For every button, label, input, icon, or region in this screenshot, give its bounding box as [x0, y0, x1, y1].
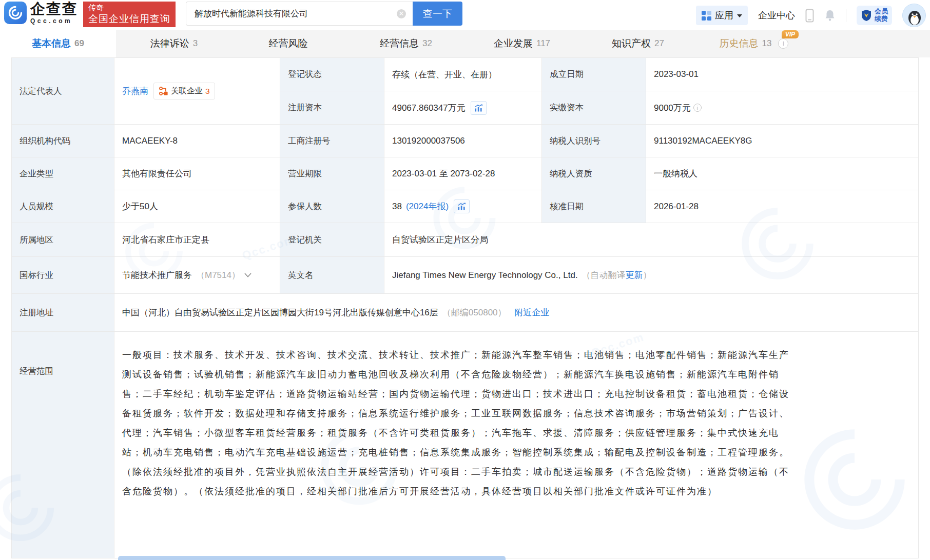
- tab-count: 117: [536, 38, 550, 49]
- tab-intellectual-property[interactable]: 知识产权 27: [580, 30, 696, 57]
- field-label: 纳税人识别号: [550, 135, 600, 147]
- tab-operation-info[interactable]: 经营信息 32: [348, 30, 464, 57]
- field-value: 2023-03-01 至 2073-02-28: [392, 168, 495, 179]
- tab-operation-risk[interactable]: 经营风险: [232, 30, 348, 57]
- info-icon[interactable]: i: [778, 38, 788, 49]
- auto-translate-note-close: ）: [643, 269, 652, 281]
- search-input[interactable]: [186, 2, 413, 26]
- promo-badge: 传奇 全国企业信用查询: [83, 2, 176, 27]
- field-label: 登记机关: [288, 234, 322, 246]
- field-value: 节能技术推广服务: [122, 269, 192, 281]
- table-row: 法定代表人 乔燕南 关联企业 3 登记状态: [12, 58, 918, 125]
- field-value: 49067.860347万元: [392, 102, 466, 114]
- chart-icon[interactable]: [454, 199, 470, 213]
- field-label: 组织机构代码: [20, 135, 70, 147]
- member-renew-badge[interactable]: 会员 续费: [857, 6, 892, 25]
- company-type-label-cell: 企业类型: [12, 157, 114, 190]
- field-label: 登记状态: [288, 69, 322, 80]
- tab-basic-info[interactable]: 基本信息 69: [0, 30, 116, 57]
- nearby-companies-link[interactable]: 附近企业: [515, 307, 550, 318]
- insured-value-cell: 38 (2024年报): [384, 190, 542, 223]
- bell-icon[interactable]: [824, 9, 836, 22]
- scope-text: 一般项目：技术服务、技术开发、技术咨询、技术交流、技术转让、技术推广；新能源汽车…: [122, 345, 799, 501]
- field-value: 2023-03-01: [654, 69, 699, 79]
- search-button[interactable]: 查一下: [413, 2, 462, 26]
- qcc-logo-icon: [4, 2, 27, 24]
- paid-capital-label-cell: 实缴资本: [542, 91, 646, 124]
- apps-grid-icon: [702, 11, 711, 21]
- field-value: 中国（河北）自由贸易试验区正定片区园博园大街19号河北出版传媒创意中心16层: [122, 307, 438, 318]
- search-bar: ✕ 查一下: [186, 2, 462, 26]
- chart-icon[interactable]: [471, 101, 487, 115]
- taxpayer-quality-label-cell: 纳税人资质: [542, 157, 646, 190]
- field-label: 工商注册号: [288, 135, 331, 147]
- reg-capital-value-cell: 49067.860347万元: [384, 91, 542, 124]
- tab-history-info[interactable]: VIP 历史信息 13 i: [696, 30, 812, 57]
- tab-legal-litigation[interactable]: 法律诉讼 3: [116, 30, 232, 57]
- annual-report-link[interactable]: (2024年报): [406, 201, 449, 212]
- field-value: 一般纳税人: [654, 168, 697, 179]
- industry-value-cell: 节能技术推广服务 （M7514）: [114, 257, 280, 293]
- field-value: 130192000037506: [392, 136, 465, 146]
- logo-text: 企查查 Qcc.com: [30, 2, 78, 24]
- address-label-cell: 注册地址: [12, 294, 114, 331]
- update-link[interactable]: 更新: [626, 269, 643, 281]
- region-label-cell: 所属地区: [12, 223, 114, 256]
- field-value: 少于50人: [122, 201, 158, 212]
- tab-company-development[interactable]: 企业发展 117: [464, 30, 580, 57]
- field-value: 存续（在营、开业、在册）: [392, 69, 497, 81]
- sub-row: 注册资本 49067.860347万元 实: [280, 91, 918, 124]
- tab-count: 13: [762, 38, 772, 49]
- promo-line2: 全国企业信用查询: [88, 12, 170, 25]
- header-nav: 应用 企业中心 会员 续费: [696, 4, 930, 27]
- member-renew-label: 会员 续费: [875, 8, 888, 23]
- field-label: 法定代表人: [20, 86, 62, 97]
- reg-status-label-cell: 登记状态: [280, 58, 384, 91]
- field-value: 9000万元: [654, 102, 691, 114]
- related-companies-badge[interactable]: 关联企业 3: [153, 83, 215, 99]
- promo-line1: 传奇: [88, 3, 170, 12]
- qcc-logo[interactable]: 企查查 Qcc.com: [4, 2, 78, 24]
- est-date-label-cell: 成立日期: [542, 58, 646, 91]
- org-code-value-cell: MACAEEKY-8: [114, 125, 280, 157]
- apps-menu[interactable]: 应用: [696, 6, 748, 25]
- paid-capital-value-cell: 9000万元 i: [646, 91, 918, 124]
- chevron-down-icon[interactable]: [244, 273, 251, 277]
- table-row: 所属地区 河北省石家庄市正定县 登记机关 自贸试验区正定片区分局: [12, 223, 918, 257]
- region-value-cell: 河北省石家庄市正定县: [114, 223, 280, 256]
- table-row: 经营范围 一般项目：技术服务、技术开发、技术咨询、技术交流、技术转让、技术推广；…: [12, 332, 918, 558]
- clear-icon[interactable]: ✕: [397, 9, 406, 18]
- field-value: 河北省石家庄市正定县: [122, 234, 209, 246]
- related-company-icon: [159, 86, 168, 96]
- address-value-cell: 中国（河北）自由贸易试验区正定片区园博园大街19号河北出版传媒创意中心16层 （…: [114, 294, 918, 331]
- reg-authority-label-cell: 登记机关: [280, 223, 384, 256]
- reg-capital-label-cell: 注册资本: [280, 91, 384, 124]
- legal-rep-link[interactable]: 乔燕南: [122, 85, 148, 97]
- field-value: 自贸试验区正定片区分局: [392, 234, 488, 246]
- english-name-label-cell: 英文名: [280, 257, 384, 293]
- related-companies-label: 关联企业: [171, 86, 203, 96]
- org-code-label-cell: 组织机构代码: [12, 125, 114, 157]
- est-date-value-cell: 2023-03-01: [646, 58, 918, 91]
- nav-enterprise-center[interactable]: 企业中心: [758, 9, 795, 22]
- top-header: 企查查 Qcc.com 传奇 全国企业信用查询 ✕ 查一下 应用 企业中心: [0, 0, 930, 30]
- field-label: 人员规模: [20, 201, 53, 212]
- table-row: 企业类型 其他有限责任公司 营业期限 2023-03-01 至 2073-02-…: [12, 157, 918, 190]
- field-label: 所属地区: [20, 234, 53, 246]
- tab-label: 基本信息: [32, 37, 71, 50]
- avatar[interactable]: [902, 4, 926, 27]
- field-label: 实缴资本: [550, 102, 584, 113]
- tab-count: 3: [193, 38, 198, 49]
- phone-icon[interactable]: [805, 9, 814, 23]
- industry-label-cell: 国标行业: [12, 257, 114, 293]
- field-label: 国标行业: [20, 270, 53, 281]
- field-label: 注册地址: [20, 307, 53, 318]
- table-row: 人员规模 少于50人 参保人数 38 (2024年报) 核准日期 2026-01…: [12, 190, 918, 223]
- logo-title: 企查查: [30, 2, 78, 16]
- table-row: 国标行业 节能技术推广服务 （M7514） 英文名 Jiefang Times …: [12, 257, 918, 294]
- field-value: 38: [392, 202, 402, 212]
- field-label: 核准日期: [550, 201, 584, 212]
- company-type-value-cell: 其他有限责任公司: [114, 157, 280, 190]
- info-icon[interactable]: i: [693, 104, 702, 112]
- tab-label: 经营风险: [269, 37, 308, 50]
